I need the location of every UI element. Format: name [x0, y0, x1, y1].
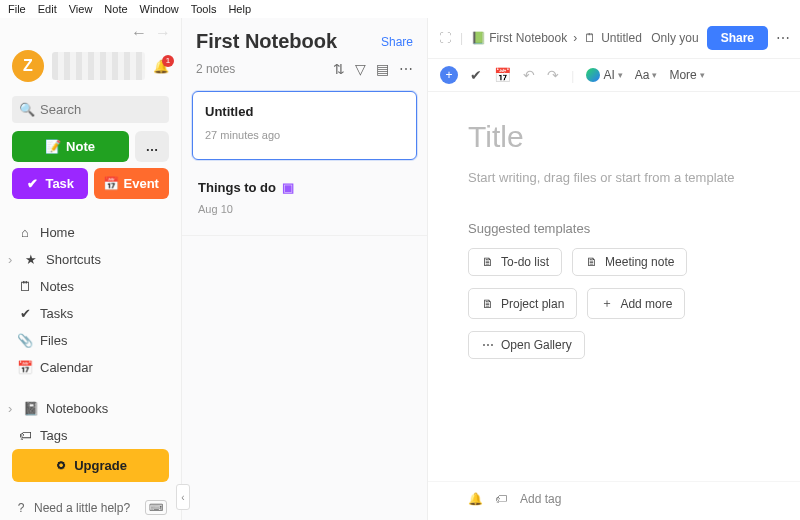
add-tag-input[interactable]: Add tag	[520, 492, 561, 506]
chevron-right-icon: ›	[8, 401, 16, 416]
avatar[interactable]: Z	[12, 50, 44, 82]
menu-tools[interactable]: Tools	[191, 3, 217, 15]
breadcrumb-notebook[interactable]: 📗First Notebook	[471, 31, 567, 45]
sidebar-item-label: Calendar	[40, 360, 93, 375]
new-note-label: Note	[66, 139, 95, 154]
notebook-title: First Notebook	[196, 30, 337, 53]
template-meeting[interactable]: 🗎Meeting note	[572, 248, 687, 276]
reminder-icon[interactable]: 🔔	[468, 492, 482, 506]
plus-note-icon: 📝	[46, 139, 60, 154]
new-event-button[interactable]: 📅 Event	[94, 168, 170, 199]
note-title-input[interactable]: Title	[468, 120, 760, 154]
upgrade-button[interactable]: ⭘ Upgrade	[12, 449, 169, 482]
expand-icon[interactable]: ⛶	[438, 31, 452, 45]
doc-icon: 🗎	[585, 255, 599, 269]
overflow-icon[interactable]: ⋯	[399, 61, 413, 77]
note-count: 2 notes	[196, 62, 235, 76]
sidebar-item-notes[interactable]: 🗒Notes	[4, 273, 177, 300]
suggested-templates-heading: Suggested templates	[468, 221, 760, 236]
search-placeholder: Search	[40, 102, 81, 117]
doc-icon: 🗎	[481, 255, 495, 269]
help-icon: ?	[14, 501, 28, 515]
task-toggle-icon[interactable]: ✔	[470, 67, 482, 83]
sidebar-item-label: Home	[40, 225, 75, 240]
menu-note[interactable]: Note	[104, 3, 127, 15]
new-task-button[interactable]: ✔ Task	[12, 168, 88, 199]
calendar-icon: 📅	[18, 360, 32, 375]
note-title: Untitled	[205, 104, 404, 119]
keyboard-icon[interactable]: ⌨	[145, 500, 167, 515]
breadcrumb-note[interactable]: 🗒Untitled	[583, 31, 642, 45]
undo-icon[interactable]: ↶	[523, 67, 535, 83]
ai-button[interactable]: AI▾	[586, 68, 622, 82]
check-icon: ✔	[18, 306, 32, 321]
sidebar-item-label: Tasks	[40, 306, 73, 321]
help-link[interactable]: ?Need a little help?	[14, 501, 130, 515]
new-note-button[interactable]: 📝 Note	[12, 131, 129, 162]
redo-icon[interactable]: ↷	[547, 67, 559, 83]
menu-view[interactable]: View	[69, 3, 93, 15]
search-input[interactable]: 🔍 Search	[12, 96, 169, 123]
paperclip-icon: 📎	[18, 333, 32, 348]
sidebar-item-notebooks[interactable]: ›📓Notebooks	[4, 395, 177, 422]
sidebar-item-tasks[interactable]: ✔Tasks	[4, 300, 177, 327]
menu-edit[interactable]: Edit	[38, 3, 57, 15]
note-title: Things to do	[198, 180, 276, 195]
sidebar-item-label: Notes	[40, 279, 74, 294]
check-circle-icon: ✔	[25, 176, 39, 191]
layout-icon[interactable]: ▤	[376, 61, 389, 77]
filter-icon[interactable]: ▽	[355, 61, 366, 77]
template-addmore[interactable]: ＋Add more	[587, 288, 685, 319]
insert-button[interactable]: +	[440, 66, 458, 84]
plus-icon: ＋	[600, 295, 614, 312]
template-gallery[interactable]: ⋯Open Gallery	[468, 331, 585, 359]
doc-icon: 🗎	[481, 297, 495, 311]
star-icon: ★	[24, 252, 38, 267]
home-icon: ⌂	[18, 225, 32, 240]
menu-help[interactable]: Help	[228, 3, 251, 15]
notebook-icon: 📗	[471, 31, 485, 45]
sidebar-item-files[interactable]: 📎Files	[4, 327, 177, 354]
search-icon: 🔍	[20, 102, 34, 117]
calendar-plus-icon: 📅	[104, 176, 118, 191]
note-time: Aug 10	[198, 203, 411, 215]
user-name-blurred	[52, 52, 145, 80]
calendar-insert-icon[interactable]: 📅	[494, 67, 511, 83]
note-list-panel: First Notebook Share 2 notes ⇅ ▽ ▤ ⋯ Unt…	[182, 18, 428, 520]
menu-file[interactable]: File	[8, 3, 26, 15]
template-project[interactable]: 🗎Project plan	[468, 288, 577, 319]
note-row[interactable]: Things to do▣ Aug 10	[182, 166, 427, 236]
note-icon: 🗒	[18, 279, 32, 294]
sidebar-item-home[interactable]: ⌂Home	[4, 219, 177, 246]
menubar: File Edit View Note Window Tools Help	[0, 0, 800, 18]
sidebar-item-calendar[interactable]: 📅Calendar	[4, 354, 177, 381]
shared-note-icon: ▣	[282, 180, 294, 195]
sidebar-item-label: Tags	[40, 428, 67, 443]
sidebar-item-shortcuts[interactable]: ›★Shortcuts	[4, 246, 177, 273]
nav-back-icon[interactable]: ←	[131, 24, 147, 42]
note-card-selected[interactable]: Untitled 27 minutes ago	[192, 91, 417, 160]
share-button[interactable]: Share	[707, 26, 768, 50]
nav-forward-icon[interactable]: →	[155, 24, 171, 42]
ai-icon	[586, 68, 600, 82]
sidebar-item-tags[interactable]: 🏷Tags	[4, 422, 177, 449]
note-body-input[interactable]: Start writing, drag files or start from …	[468, 170, 760, 185]
overflow-icon[interactable]: ⋯	[776, 30, 790, 46]
menu-window[interactable]: Window	[140, 3, 179, 15]
breadcrumb: 📗First Notebook › 🗒Untitled	[471, 31, 643, 45]
sidebar-collapse-handle[interactable]: ‹	[176, 484, 190, 510]
more-dropdown[interactable]: More▾	[669, 68, 704, 82]
notebook-share-link[interactable]: Share	[381, 35, 413, 49]
tag-icon: 🏷	[18, 428, 32, 443]
new-note-more-button[interactable]: …	[135, 131, 169, 162]
chevron-right-icon: ›	[8, 252, 16, 267]
tag-add-icon[interactable]: 🏷	[494, 492, 508, 506]
sort-icon[interactable]: ⇅	[333, 61, 345, 77]
notification-badge: 1	[162, 55, 174, 67]
ellipsis-icon: ⋯	[481, 338, 495, 352]
sidebar-item-label: Notebooks	[46, 401, 108, 416]
bell-icon[interactable]: 🔔1	[153, 59, 169, 74]
font-dropdown[interactable]: Aa▾	[635, 68, 658, 82]
visibility-label[interactable]: Only you	[651, 31, 698, 45]
template-todo[interactable]: 🗎To-do list	[468, 248, 562, 276]
